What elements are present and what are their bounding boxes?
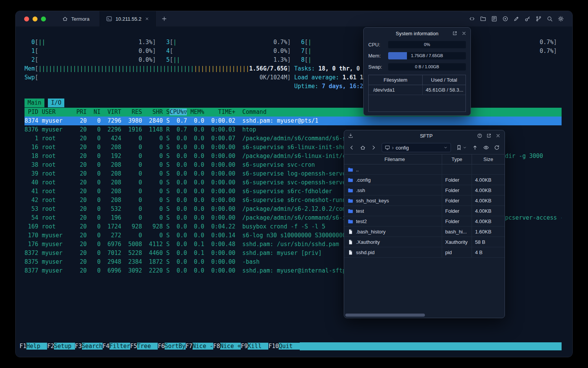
horizontal-scrollbar-thumb[interactable] bbox=[345, 314, 425, 317]
sftp-panel: SFTP › config Filename bbox=[344, 130, 505, 318]
file-row[interactable]: sshd.pidpid4 B bbox=[344, 247, 505, 258]
sftp-header: SFTP bbox=[344, 130, 505, 141]
fn-f8[interactable]: F8Nice + bbox=[213, 342, 241, 350]
file-size: 4 B bbox=[472, 247, 505, 257]
back-button[interactable] bbox=[349, 145, 355, 151]
swap-usage-text: 0 B / 1.00GB bbox=[388, 63, 466, 71]
fn-f6[interactable]: F6SortBy bbox=[158, 342, 185, 350]
filename-column-header[interactable]: Filename bbox=[344, 154, 442, 164]
bookmark-icon bbox=[456, 145, 462, 151]
htop-tab-i-o[interactable]: I/O bbox=[48, 99, 64, 107]
process-table-header[interactable]: PID USER PRI NI VIRT RES SHR SCPU%▽ MEM%… bbox=[24, 108, 562, 117]
folder-icon[interactable] bbox=[480, 16, 486, 22]
branch-icon[interactable] bbox=[536, 16, 542, 22]
refresh-button[interactable] bbox=[494, 145, 500, 151]
file-row[interactable]: testFolder4.00KB bbox=[344, 206, 505, 216]
sftp-toolbar: › config bbox=[344, 141, 505, 154]
file-type: Folder bbox=[442, 175, 472, 185]
system-info-header: System information bbox=[364, 28, 470, 39]
parent-directory-button[interactable] bbox=[472, 145, 478, 151]
file-row[interactable]: .bash_historybash_hi...1.60KB bbox=[344, 227, 505, 237]
process-row[interactable]: 8374 myuser 20 0 7296 3980 2840 S 0.7 0.… bbox=[24, 117, 562, 125]
file-row[interactable]: ssh_host_keysFolder4.00KB bbox=[344, 196, 505, 206]
file-table-header[interactable]: Filename Type Size bbox=[344, 154, 505, 164]
htop-tab-main[interactable]: Main bbox=[24, 99, 44, 107]
fn-f5[interactable]: F5Tree bbox=[130, 342, 158, 350]
close-panel-icon[interactable] bbox=[461, 31, 467, 36]
file-row[interactable]: .. bbox=[344, 164, 505, 175]
chevron-down-icon[interactable] bbox=[443, 145, 448, 150]
sort-column-cpu[interactable]: CPU%▽ bbox=[170, 108, 187, 115]
settings-icon[interactable] bbox=[558, 16, 564, 22]
file-type: Folder bbox=[442, 185, 472, 195]
app-window: Termora 10.211.55.2 0[|| 1.3%] 3[| 0.7%]… bbox=[15, 11, 573, 357]
search-icon[interactable] bbox=[547, 16, 553, 22]
home-icon bbox=[62, 16, 68, 22]
edit-icon[interactable] bbox=[513, 16, 519, 22]
terminal-icon bbox=[106, 16, 112, 22]
close-tab-icon[interactable] bbox=[145, 16, 149, 21]
new-tab-button[interactable] bbox=[161, 16, 167, 22]
filesystem-row[interactable]: /dev/vda145.61GB / 58.3... bbox=[369, 85, 466, 95]
file-name: .Xauthority bbox=[356, 239, 380, 245]
traffic-lights bbox=[16, 16, 52, 21]
file-size: 4.00KB bbox=[472, 206, 505, 216]
filesystem-table-header: Filesystem Used / Total bbox=[369, 75, 466, 85]
file-row[interactable]: .sshFolder4.00KB bbox=[344, 185, 505, 196]
detach-panel-icon[interactable] bbox=[452, 31, 457, 36]
used-total-column-header: Used / Total bbox=[423, 75, 466, 85]
chevron-down-icon bbox=[462, 145, 467, 150]
fn-f7[interactable]: F7Nice - bbox=[186, 342, 213, 350]
fn-f9[interactable]: F9Kill bbox=[241, 342, 268, 350]
fn-f3[interactable]: F3Search bbox=[75, 342, 103, 350]
size-column-header[interactable]: Size bbox=[472, 154, 505, 164]
file-size: 1.60KB bbox=[472, 227, 505, 237]
file-name: .ssh bbox=[356, 187, 365, 193]
file-row[interactable]: .XauthorityXauthority58 B bbox=[344, 237, 505, 247]
home-tab-label: Termora bbox=[71, 16, 90, 22]
minimize-window-button[interactable] bbox=[33, 16, 38, 21]
swap-usage-bar: 0 B / 1.00GB bbox=[388, 63, 466, 71]
show-hidden-files-button[interactable] bbox=[483, 145, 489, 151]
current-directory: config bbox=[395, 145, 409, 151]
fn-f1[interactable]: F1Help bbox=[20, 342, 47, 350]
file-size: 4.00KB bbox=[472, 175, 505, 185]
htop-screen-tabs: MainI/O bbox=[24, 99, 64, 107]
bookmarks-button[interactable] bbox=[456, 145, 467, 151]
file-row[interactable]: .configFolder4.00KB bbox=[344, 175, 505, 185]
forward-button[interactable] bbox=[371, 145, 377, 151]
help-icon[interactable] bbox=[477, 133, 482, 138]
code-icon[interactable] bbox=[469, 16, 475, 22]
fn-f10[interactable]: F10Quit bbox=[268, 342, 299, 350]
cpu-usage-row: CPU: 0% bbox=[364, 39, 470, 50]
tab-host[interactable]: 10.211.55.2 bbox=[100, 11, 156, 26]
fn-bar-filler bbox=[300, 342, 562, 350]
file-icon bbox=[348, 229, 353, 235]
key-icon[interactable] bbox=[524, 16, 531, 22]
titlebar: Termora 10.211.55.2 bbox=[16, 11, 572, 26]
folder-icon bbox=[348, 187, 353, 193]
fn-f2[interactable]: F2Setup bbox=[47, 342, 75, 350]
file-size bbox=[472, 164, 505, 174]
path-breadcrumb[interactable]: › config bbox=[382, 143, 451, 152]
close-window-button[interactable] bbox=[24, 16, 29, 21]
zoom-window-button[interactable] bbox=[41, 16, 46, 21]
close-panel-icon[interactable] bbox=[495, 133, 501, 138]
system-info-panel: System information CPU: 0% Mem: 1.75GB /… bbox=[363, 27, 471, 116]
file-name: test bbox=[356, 208, 364, 214]
swap-usage-row: Swap: 0 B / 1.00GB bbox=[364, 61, 470, 72]
file-size: 58 B bbox=[472, 237, 505, 247]
transfers-icon[interactable] bbox=[348, 133, 353, 138]
tab-home[interactable]: Termora bbox=[52, 11, 100, 26]
log-icon[interactable] bbox=[491, 16, 497, 22]
record-icon[interactable] bbox=[502, 16, 508, 22]
file-type: Folder bbox=[442, 206, 472, 216]
file-row[interactable]: test2Folder4.00KB bbox=[344, 216, 505, 227]
sftp-title: SFTP bbox=[379, 133, 473, 139]
detach-panel-icon[interactable] bbox=[486, 133, 492, 138]
home-button[interactable] bbox=[360, 145, 366, 151]
folder-icon bbox=[348, 198, 353, 204]
fn-f4[interactable]: F4Filter bbox=[103, 342, 130, 350]
file-type bbox=[442, 164, 472, 174]
type-column-header[interactable]: Type bbox=[442, 154, 472, 164]
